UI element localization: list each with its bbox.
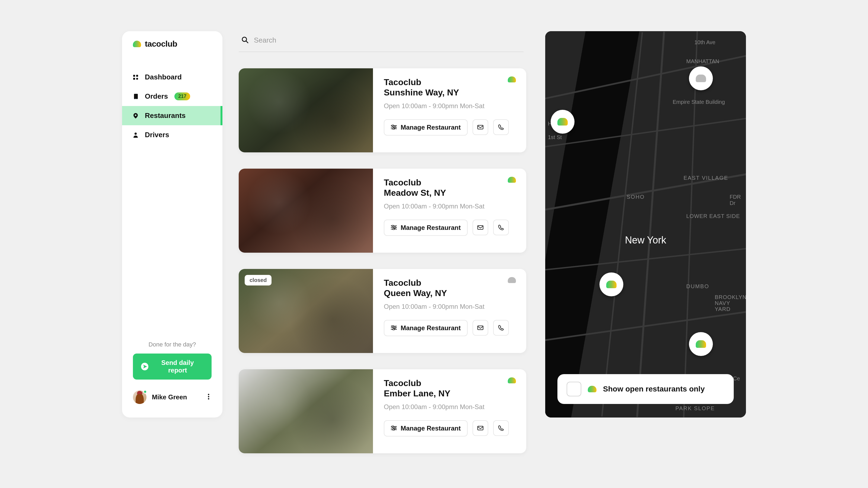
restaurant-photo xyxy=(239,369,373,453)
map-pin[interactable] xyxy=(599,272,623,296)
map-pin[interactable] xyxy=(689,332,713,356)
pin-icon xyxy=(696,74,706,82)
filter-checkbox[interactable] xyxy=(567,382,581,396)
restaurant-hours: Open 10:00am - 9:00pmn Mon-Sat xyxy=(384,303,516,311)
avatar xyxy=(133,390,147,404)
restaurant-photo: closed xyxy=(239,269,373,353)
map-panel[interactable]: 10th Ave MANHATTAN Empire State Building… xyxy=(545,31,746,418)
restaurant-hours: Open 10:00am - 9:00pmn Mon-Sat xyxy=(384,403,516,411)
nav-label: Orders xyxy=(145,92,168,101)
map-background xyxy=(545,31,746,418)
svg-rect-3 xyxy=(136,78,138,80)
restaurant-title: Tacoclub Queen Way, NY xyxy=(384,278,516,298)
sliders-icon xyxy=(391,425,397,432)
restaurant-card: Tacoclub Ember Lane, NY Open 10:00am - 9… xyxy=(239,369,526,453)
svg-point-6 xyxy=(208,396,209,397)
status-open-icon xyxy=(508,177,516,183)
phone-icon xyxy=(498,325,504,330)
svg-rect-30 xyxy=(478,326,483,330)
nav-label: Dashboard xyxy=(145,73,182,82)
online-indicator-icon xyxy=(143,390,147,394)
nav-label: Restaurants xyxy=(145,111,186,120)
map-label: FDR Dr xyxy=(730,194,746,206)
map-city-label: New York xyxy=(625,234,666,246)
email-button[interactable] xyxy=(472,220,488,235)
more-icon[interactable] xyxy=(206,391,212,403)
map-label: DUMBO xyxy=(686,283,709,290)
phone-icon xyxy=(498,124,504,130)
username: Mike Green xyxy=(152,393,200,401)
call-button[interactable] xyxy=(493,220,509,235)
manage-button[interactable]: Manage Restaurant xyxy=(384,119,468,135)
restaurant-list: Tacoclub Sunshine Way, NY Open 10:00am -… xyxy=(239,68,526,453)
search-input[interactable] xyxy=(254,36,524,44)
pin-icon xyxy=(133,113,138,119)
manage-button[interactable]: Manage Restaurant xyxy=(384,320,468,336)
person-icon xyxy=(133,132,138,138)
svg-point-27 xyxy=(394,327,396,329)
status-open-icon xyxy=(508,76,516,83)
svg-rect-23 xyxy=(478,226,483,229)
nav-item-dashboard[interactable]: Dashboard xyxy=(122,67,222,87)
map-filter: Show open restaurants only xyxy=(557,374,734,404)
phone-icon xyxy=(498,425,504,431)
sliders-icon xyxy=(391,324,397,332)
email-button[interactable] xyxy=(472,119,488,135)
sliders-icon xyxy=(391,124,397,131)
svg-rect-0 xyxy=(133,75,135,77)
nav: Dashboard Orders 217 Restaurants Driver xyxy=(122,67,222,144)
map-label: EAST VILLAGE xyxy=(684,175,728,181)
user-row[interactable]: Mike Green xyxy=(122,380,222,410)
nav-label: Drivers xyxy=(145,131,169,139)
nav-item-restaurants[interactable]: Restaurants xyxy=(122,106,222,125)
restaurant-hours: Open 10:00am - 9:00pmn Mon-Sat xyxy=(384,102,516,110)
map-pin[interactable] xyxy=(689,66,713,90)
restaurant-title: Tacoclub Ember Lane, NY xyxy=(384,378,516,399)
search-bar xyxy=(239,31,524,52)
svg-point-22 xyxy=(393,228,394,230)
mail-icon xyxy=(477,326,484,330)
map-label: BROOKLYN NAVY YARD xyxy=(715,294,746,312)
sliders-icon xyxy=(391,224,397,231)
restaurant-card: Tacoclub Meadow St, NY Open 10:00am - 9:… xyxy=(239,169,526,253)
svg-point-18 xyxy=(392,225,394,227)
phone-icon xyxy=(498,225,504,230)
svg-point-29 xyxy=(393,329,394,330)
map-label: PARK SLOPE xyxy=(675,405,715,412)
call-button[interactable] xyxy=(493,420,509,436)
call-button[interactable] xyxy=(493,119,509,135)
send-report-button[interactable]: Send daily report xyxy=(133,354,212,380)
restaurant-photo xyxy=(239,169,373,253)
svg-point-4 xyxy=(134,133,137,135)
sidebar-bottom: Done for the day? Send daily report xyxy=(122,341,222,380)
svg-point-13 xyxy=(394,126,396,128)
map-pin[interactable] xyxy=(551,110,575,134)
email-button[interactable] xyxy=(472,420,488,436)
send-icon xyxy=(141,363,148,370)
manage-button[interactable]: Manage Restaurant xyxy=(384,420,468,436)
map-label: Empire State Building xyxy=(673,99,725,105)
nav-item-orders[interactable]: Orders 217 xyxy=(122,87,222,106)
svg-point-20 xyxy=(394,227,396,228)
map-label: 1st St xyxy=(548,134,562,140)
call-button[interactable] xyxy=(493,320,509,336)
email-button[interactable] xyxy=(472,320,488,336)
manage-button[interactable]: Manage Restaurant xyxy=(384,220,468,236)
svg-rect-1 xyxy=(136,75,138,77)
nav-item-drivers[interactable]: Drivers xyxy=(122,125,222,144)
done-prompt: Done for the day? xyxy=(149,341,196,348)
svg-point-36 xyxy=(393,429,394,430)
restaurant-photo xyxy=(239,68,373,152)
search-icon xyxy=(241,36,248,44)
map-label: MANHATTAN xyxy=(686,58,719,65)
pin-icon xyxy=(557,118,568,126)
send-report-label: Send daily report xyxy=(152,359,204,374)
restaurant-hours: Open 10:00am - 9:00pmn Mon-Sat xyxy=(384,202,516,210)
filter-label: Show open restaurants only xyxy=(603,385,705,393)
svg-point-34 xyxy=(394,427,396,429)
brand-name: tacoclub xyxy=(145,39,177,48)
svg-point-15 xyxy=(393,128,394,130)
restaurant-card: closed Tacoclub Queen Way, NY Open 10:00… xyxy=(239,269,526,353)
svg-point-11 xyxy=(392,125,394,126)
svg-point-32 xyxy=(392,426,394,427)
